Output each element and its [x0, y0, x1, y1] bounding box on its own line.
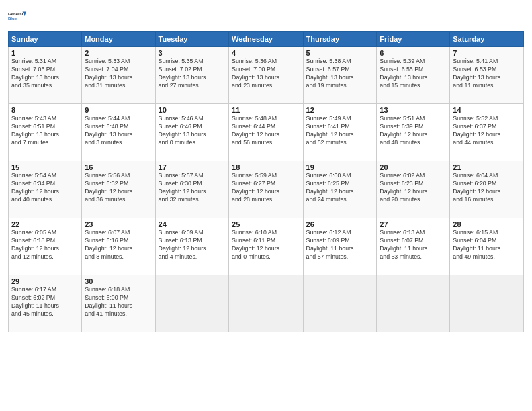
day-info: Sunrise: 5:59 AM Sunset: 6:27 PM Dayligh… — [232, 172, 300, 204]
calendar-cell: 16Sunrise: 5:56 AM Sunset: 6:32 PM Dayli… — [82, 161, 155, 218]
day-info: Sunrise: 5:56 AM Sunset: 6:32 PM Dayligh… — [85, 172, 152, 204]
calendar-cell: 14Sunrise: 5:52 AM Sunset: 6:37 PM Dayli… — [450, 104, 524, 161]
calendar-cell — [377, 275, 450, 332]
calendar-row: 1Sunrise: 5:31 AM Sunset: 7:06 PM Daylig… — [9, 47, 524, 104]
calendar-cell: 6Sunrise: 5:39 AM Sunset: 6:55 PM Daylig… — [377, 47, 450, 104]
logo-icon: GeneralBlue — [8, 7, 27, 26]
day-info: Sunrise: 6:15 AM Sunset: 6:04 PM Dayligh… — [453, 229, 521, 261]
day-info: Sunrise: 5:35 AM Sunset: 7:02 PM Dayligh… — [159, 58, 226, 90]
day-number: 13 — [380, 106, 447, 114]
day-number: 1 — [11, 49, 79, 57]
day-number: 21 — [453, 163, 521, 171]
day-number: 9 — [85, 106, 152, 114]
weekday-header-row: SundayMondayTuesdayWednesdayThursdayFrid… — [9, 32, 524, 47]
calendar-cell: 11Sunrise: 5:48 AM Sunset: 6:44 PM Dayli… — [229, 104, 303, 161]
day-number: 17 — [159, 163, 226, 171]
day-number: 8 — [11, 106, 79, 114]
calendar-cell: 2Sunrise: 5:33 AM Sunset: 7:04 PM Daylig… — [82, 47, 155, 104]
day-info: Sunrise: 5:49 AM Sunset: 6:41 PM Dayligh… — [306, 115, 374, 147]
day-info: Sunrise: 6:12 AM Sunset: 6:09 PM Dayligh… — [306, 229, 374, 261]
weekday-header: Monday — [82, 32, 155, 47]
day-number: 28 — [453, 220, 521, 228]
day-number: 27 — [380, 220, 447, 228]
calendar-table: SundayMondayTuesdayWednesdayThursdayFrid… — [8, 31, 524, 332]
day-number: 10 — [159, 106, 226, 114]
day-info: Sunrise: 5:43 AM Sunset: 6:51 PM Dayligh… — [11, 115, 79, 147]
calendar-cell: 3Sunrise: 5:35 AM Sunset: 7:02 PM Daylig… — [155, 47, 228, 104]
day-number: 11 — [232, 106, 300, 114]
svg-text:General: General — [8, 12, 24, 16]
weekday-header: Thursday — [303, 32, 377, 47]
day-info: Sunrise: 5:36 AM Sunset: 7:00 PM Dayligh… — [232, 58, 300, 90]
calendar-cell: 18Sunrise: 5:59 AM Sunset: 6:27 PM Dayli… — [229, 161, 303, 218]
day-number: 24 — [159, 220, 226, 228]
day-number: 22 — [11, 220, 79, 228]
day-info: Sunrise: 5:48 AM Sunset: 6:44 PM Dayligh… — [232, 115, 300, 147]
calendar-cell: 19Sunrise: 6:00 AM Sunset: 6:25 PM Dayli… — [303, 161, 377, 218]
day-number: 14 — [453, 106, 521, 114]
calendar-cell: 20Sunrise: 6:02 AM Sunset: 6:23 PM Dayli… — [377, 161, 450, 218]
day-number: 26 — [306, 220, 374, 228]
day-info: Sunrise: 5:44 AM Sunset: 6:48 PM Dayligh… — [85, 115, 152, 147]
calendar-cell: 23Sunrise: 6:07 AM Sunset: 6:16 PM Dayli… — [82, 218, 155, 275]
day-number: 7 — [453, 49, 521, 57]
calendar-cell: 5Sunrise: 5:38 AM Sunset: 6:57 PM Daylig… — [303, 47, 377, 104]
calendar-cell: 24Sunrise: 6:09 AM Sunset: 6:13 PM Dayli… — [155, 218, 228, 275]
day-info: Sunrise: 5:46 AM Sunset: 6:46 PM Dayligh… — [159, 115, 226, 147]
weekday-header: Wednesday — [229, 32, 303, 47]
day-number: 6 — [380, 49, 447, 57]
weekday-header: Friday — [377, 32, 450, 47]
day-info: Sunrise: 5:41 AM Sunset: 6:53 PM Dayligh… — [453, 58, 521, 90]
svg-marker-2 — [23, 12, 27, 16]
calendar-cell: 12Sunrise: 5:49 AM Sunset: 6:41 PM Dayli… — [303, 104, 377, 161]
weekday-header: Sunday — [9, 32, 82, 47]
day-info: Sunrise: 6:02 AM Sunset: 6:23 PM Dayligh… — [380, 172, 447, 204]
day-info: Sunrise: 6:13 AM Sunset: 6:07 PM Dayligh… — [380, 229, 447, 261]
logo: GeneralBlue — [8, 7, 27, 26]
calendar-row: 29Sunrise: 6:17 AM Sunset: 6:02 PM Dayli… — [9, 275, 524, 332]
calendar-cell: 17Sunrise: 5:57 AM Sunset: 6:30 PM Dayli… — [155, 161, 228, 218]
day-number: 20 — [380, 163, 447, 171]
calendar-cell: 30Sunrise: 6:18 AM Sunset: 6:00 PM Dayli… — [82, 275, 155, 332]
calendar-cell: 27Sunrise: 6:13 AM Sunset: 6:07 PM Dayli… — [377, 218, 450, 275]
day-info: Sunrise: 6:05 AM Sunset: 6:18 PM Dayligh… — [11, 229, 79, 261]
calendar-cell: 28Sunrise: 6:15 AM Sunset: 6:04 PM Dayli… — [450, 218, 524, 275]
day-number: 23 — [85, 220, 152, 228]
calendar-cell: 21Sunrise: 6:04 AM Sunset: 6:20 PM Dayli… — [450, 161, 524, 218]
page-header: GeneralBlue — [8, 7, 524, 26]
calendar-cell: 4Sunrise: 5:36 AM Sunset: 7:00 PM Daylig… — [229, 47, 303, 104]
day-number: 30 — [85, 277, 152, 285]
calendar-row: 15Sunrise: 5:54 AM Sunset: 6:34 PM Dayli… — [9, 161, 524, 218]
day-number: 2 — [85, 49, 152, 57]
calendar-cell: 9Sunrise: 5:44 AM Sunset: 6:48 PM Daylig… — [82, 104, 155, 161]
weekday-header: Tuesday — [155, 32, 228, 47]
day-number: 29 — [11, 277, 79, 285]
svg-text:Blue: Blue — [8, 17, 17, 21]
day-number: 25 — [232, 220, 300, 228]
day-number: 4 — [232, 49, 300, 57]
day-info: Sunrise: 5:51 AM Sunset: 6:39 PM Dayligh… — [380, 115, 447, 147]
day-info: Sunrise: 5:38 AM Sunset: 6:57 PM Dayligh… — [306, 58, 374, 90]
day-info: Sunrise: 5:33 AM Sunset: 7:04 PM Dayligh… — [85, 58, 152, 90]
day-info: Sunrise: 6:04 AM Sunset: 6:20 PM Dayligh… — [453, 172, 521, 204]
calendar-cell: 7Sunrise: 5:41 AM Sunset: 6:53 PM Daylig… — [450, 47, 524, 104]
day-number: 19 — [306, 163, 374, 171]
calendar-cell — [450, 275, 524, 332]
calendar-cell: 15Sunrise: 5:54 AM Sunset: 6:34 PM Dayli… — [9, 161, 82, 218]
calendar-cell: 13Sunrise: 5:51 AM Sunset: 6:39 PM Dayli… — [377, 104, 450, 161]
day-info: Sunrise: 6:17 AM Sunset: 6:02 PM Dayligh… — [11, 286, 79, 318]
day-info: Sunrise: 5:57 AM Sunset: 6:30 PM Dayligh… — [159, 172, 226, 204]
day-info: Sunrise: 5:31 AM Sunset: 7:06 PM Dayligh… — [11, 58, 79, 90]
day-info: Sunrise: 5:52 AM Sunset: 6:37 PM Dayligh… — [453, 115, 521, 147]
weekday-header: Saturday — [450, 32, 524, 47]
calendar-cell: 1Sunrise: 5:31 AM Sunset: 7:06 PM Daylig… — [9, 47, 82, 104]
day-number: 18 — [232, 163, 300, 171]
calendar-cell: 25Sunrise: 6:10 AM Sunset: 6:11 PM Dayli… — [229, 218, 303, 275]
day-info: Sunrise: 6:09 AM Sunset: 6:13 PM Dayligh… — [159, 229, 226, 261]
day-info: Sunrise: 6:10 AM Sunset: 6:11 PM Dayligh… — [232, 229, 300, 261]
day-number: 16 — [85, 163, 152, 171]
day-number: 15 — [11, 163, 79, 171]
day-info: Sunrise: 5:54 AM Sunset: 6:34 PM Dayligh… — [11, 172, 79, 204]
calendar-cell: 8Sunrise: 5:43 AM Sunset: 6:51 PM Daylig… — [9, 104, 82, 161]
day-info: Sunrise: 6:18 AM Sunset: 6:00 PM Dayligh… — [85, 286, 152, 318]
